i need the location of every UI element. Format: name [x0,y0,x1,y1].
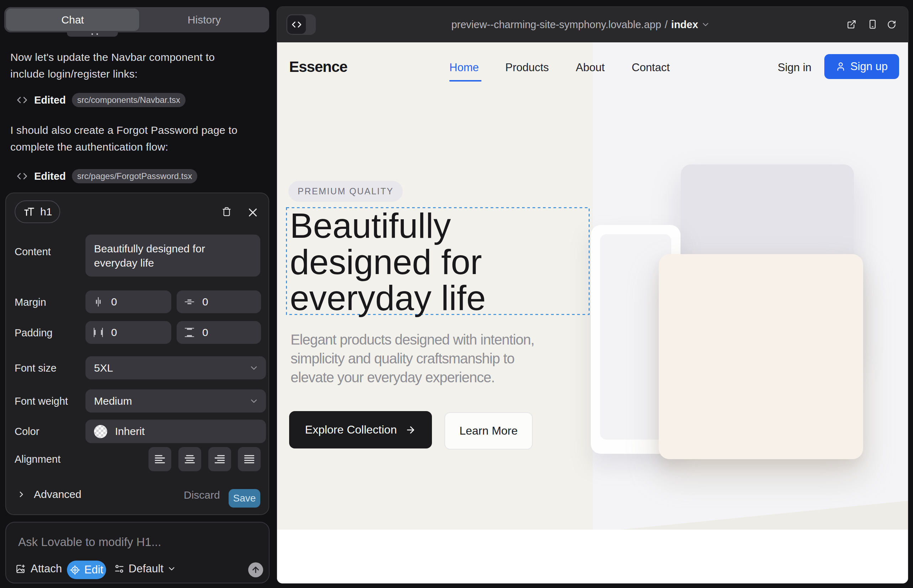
mobile-view-icon[interactable] [868,19,877,29]
code-icon [287,15,306,34]
edit-mode-pill[interactable]: Edit [67,561,106,579]
content-value-line: everyday life [94,256,252,270]
element-tag-label: h1 [40,206,52,218]
alignment-label: Alignment [15,454,60,465]
tab-chat[interactable]: Chat [6,8,139,31]
hero-heading[interactable]: Beautifully designed for everyday life [290,208,486,317]
arrow-up-icon [251,565,260,575]
mode-selector[interactable]: Default [114,562,176,575]
premium-quality-badge: PREMIUM QUALITY [288,181,403,202]
send-button[interactable] [248,562,263,577]
padding-x-input[interactable]: 0 [86,321,171,344]
content-input[interactable]: Beautifully designed for everyday life [86,234,260,276]
nav-link-home[interactable]: Home [449,61,479,74]
advanced-label: Advanced [34,488,81,501]
align-right-icon [214,453,226,465]
nav-link-contact[interactable]: Contact [632,61,670,74]
refresh-icon[interactable] [887,20,896,29]
padding-x-value: 0 [111,326,117,339]
margin-x-input[interactable]: 0 [86,291,171,313]
code-icon [17,95,28,105]
tab-history-label: History [188,14,221,26]
url-separator: / [665,19,668,31]
font-size-select[interactable]: 5XL [86,356,266,380]
color-input[interactable]: Inherit [86,420,266,443]
font-weight-value: Medium [94,395,132,407]
advanced-expander[interactable]: Advanced [17,485,81,504]
url-bar[interactable]: preview--charming-site-symphony.lovable.… [451,7,710,42]
attach-button[interactable]: Attach [16,562,62,575]
image-plus-icon [16,564,25,574]
content-label: Content [15,246,51,258]
save-label: Save [233,493,256,504]
padding-x-icon [93,328,103,338]
align-justify-button[interactable] [238,447,261,471]
chat-message-line: I should also create a Forgot Password p… [10,122,238,139]
learn-more-label: Learn More [459,424,518,438]
discard-label: Discard [184,489,220,501]
discard-button[interactable]: Discard [184,489,220,501]
learn-more-button[interactable]: Learn More [444,412,533,449]
code-preview-toggle[interactable] [286,14,316,35]
hero-heading-line: everyday life [290,280,486,317]
edited-file-chip[interactable]: src/pages/ForgotPassword.tsx [72,169,197,183]
chat-message: I should also create a Forgot Password p… [10,122,238,155]
code-icon [17,171,28,181]
composer-input[interactable]: Ask Lovable to modify H1... [18,535,161,549]
hero-paragraph-line: elevate your everyday experience. [291,368,534,387]
edited-file-row: Edited src/components/Navbar.tsx [17,93,186,107]
edited-label: Edited [34,94,66,106]
color-swatch [94,425,107,438]
content-value-line: Beautifully designed for [94,242,252,256]
open-external-icon[interactable] [847,19,856,29]
hero-card-beige [659,254,863,459]
padding-y-input[interactable]: 0 [176,321,261,344]
chat-composer: Ask Lovable to modify H1... Attach Edit … [5,522,270,583]
margin-y-input[interactable]: 0 [176,291,261,313]
save-button[interactable]: Save [228,489,260,507]
align-justify-icon [243,453,255,465]
font-size-label: Font size [15,362,57,374]
edited-file-row: Edited src/pages/ForgotPassword.tsx [17,169,197,183]
attach-label: Attach [31,562,62,575]
close-icon[interactable] [246,206,260,219]
sign-in-link[interactable]: Sign in [778,61,811,74]
align-center-button[interactable] [178,447,201,471]
element-editor-panel: h1 Content Beautifully designed for ever… [5,192,269,515]
padding-y-icon [185,328,194,338]
nav-active-underline [449,80,481,81]
sign-up-button[interactable]: Sign up [824,54,899,79]
align-center-icon [184,453,196,465]
explore-collection-button[interactable]: Explore Collection [289,411,432,449]
explore-collection-label: Explore Collection [305,423,397,436]
tab-chat-label: Chat [61,14,84,26]
trash-icon[interactable] [222,207,231,217]
chat-history-tabs: Chat History [4,7,269,32]
margin-y-value: 0 [202,296,208,308]
chat-message-line: complete the authentication flow: [10,139,238,155]
color-value: Inherit [115,425,144,438]
nav-link-products[interactable]: Products [505,61,549,74]
locate-icon [70,565,80,575]
padding-y-value: 0 [202,326,208,339]
clipped-chip[interactable] [67,32,118,37]
align-left-icon [154,453,166,465]
site-logo[interactable]: Essence [289,58,347,76]
hero-paragraph: Elegant products designed with intention… [291,330,534,387]
sign-up-label: Sign up [850,60,888,73]
user-icon [836,61,846,71]
align-right-button[interactable] [208,447,231,471]
preview-browser-window: preview--charming-site-symphony.lovable.… [277,6,908,584]
element-tag-chip[interactable]: h1 [15,200,60,223]
margin-label: Margin [15,297,46,308]
nav-link-about[interactable]: About [576,61,605,74]
align-left-button[interactable] [149,447,171,471]
chevron-down-icon [167,564,176,573]
tab-history[interactable]: History [139,7,269,32]
margin-y-icon [185,297,194,307]
chevron-down-icon [701,20,711,29]
mode-label: Default [129,562,163,575]
edited-file-chip[interactable]: src/components/Navbar.tsx [72,93,186,107]
font-weight-select[interactable]: Medium [86,389,266,412]
hero-heading-line: Beautifully [290,208,486,244]
